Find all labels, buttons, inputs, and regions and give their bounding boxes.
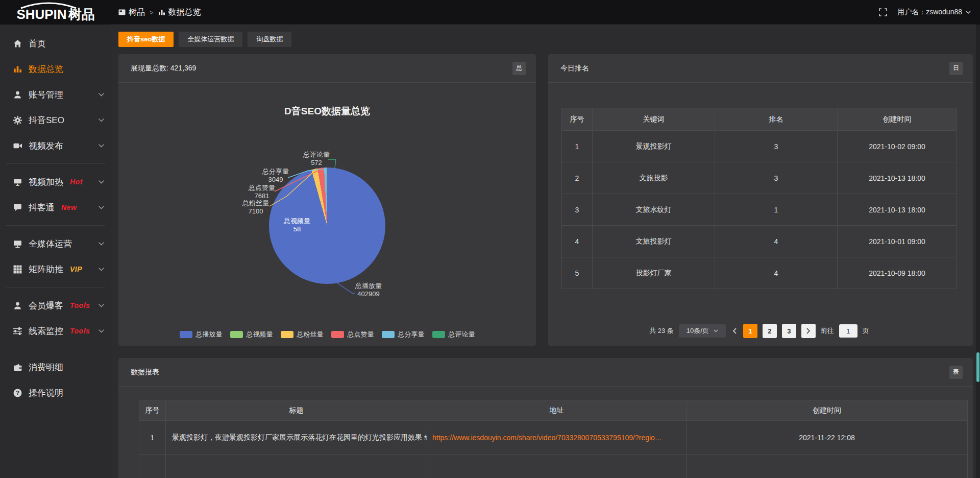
ranking-panel: 今日排名 日 序号 关键词 排名 创建时间 1景观投影灯32021-10-02 … xyxy=(548,54,973,346)
table-cell: 景观投影灯 xyxy=(593,131,715,162)
page-button-3[interactable]: 3 xyxy=(782,324,796,338)
gear-icon xyxy=(13,116,22,125)
fullscreen-icon[interactable] xyxy=(879,8,887,16)
legend-label: 总分享量 xyxy=(398,330,425,339)
sidebar-item-consumption[interactable]: 消费明细 xyxy=(0,354,111,380)
legend-item[interactable]: 总粉丝量 xyxy=(281,330,324,339)
legend-item[interactable]: 总视频量 xyxy=(230,330,273,339)
sidebar-item-home[interactable]: 首页 xyxy=(0,31,111,56)
breadcrumb-separator: > xyxy=(150,9,154,16)
legend-item[interactable]: 总点赞量 xyxy=(331,330,374,339)
sidebar-item-douyin-seo[interactable]: 抖音SEO xyxy=(0,107,111,133)
link-cell[interactable]: https://www.iesdouyin.com/share/video/70… xyxy=(427,421,687,455)
report-panel: 数据报表 表 序号 标题 地址 创建时间 1景观投影灯，夜游景观投影灯厂家展示展… xyxy=(118,358,973,478)
table-cell: 2021-11-22 12:08 xyxy=(687,421,968,455)
total-count-label: 共 23 条 xyxy=(649,326,674,336)
tools-badge: Tools xyxy=(70,301,90,309)
ranking-panel-title: 今日排名 xyxy=(560,64,589,73)
chevron-left-icon xyxy=(732,328,737,334)
legend-item[interactable]: 总播放量 xyxy=(180,330,223,339)
table-cell: 文旅水纹灯 xyxy=(593,194,715,226)
sidebar-item-media-operation[interactable]: 全媒体运营 xyxy=(0,231,111,256)
tab-media-operation-data[interactable]: 全媒体运营数据 xyxy=(179,32,242,47)
window-icon xyxy=(118,9,126,16)
scrollbar-thumb[interactable] xyxy=(976,352,979,382)
sidebar-divider xyxy=(6,287,105,288)
legend-item[interactable]: 总评论量 xyxy=(432,330,475,339)
projector-icon xyxy=(13,178,22,186)
impression-total-label: 展现量总数: 421,369 xyxy=(131,64,196,73)
question-icon: ? xyxy=(13,389,22,397)
chevron-down-icon xyxy=(99,118,104,122)
table-row: 1景观投影灯32021-10-02 09:00 xyxy=(562,131,957,162)
table-cell: 2021-10-02 09:00 xyxy=(838,131,957,162)
ranking-panel-header: 今日排名 日 xyxy=(548,54,973,83)
chevron-down-icon xyxy=(99,206,104,209)
page-size-select[interactable]: 10条/页 xyxy=(679,324,726,338)
sidebar-item-doukatong[interactable]: 抖客通 New xyxy=(0,195,111,220)
new-badge: New xyxy=(61,203,77,211)
breadcrumb-item-current[interactable]: 数据总览 xyxy=(158,7,201,18)
table-row: 2文旅投影32021-10-13 18:00 xyxy=(562,162,957,194)
table-cell: 2021-10-13 18:00 xyxy=(838,162,957,194)
sidebar-item-lead-monitor[interactable]: 线索监控 Tools xyxy=(0,318,111,344)
sidebar-item-member-burst[interactable]: 会员爆客 Tools xyxy=(0,293,111,318)
legend-swatch xyxy=(180,331,192,338)
table-cell: 2021-10-09 18:00 xyxy=(838,257,957,289)
column-header: 标题 xyxy=(166,400,427,421)
table-row xyxy=(139,455,968,478)
monitor-icon xyxy=(13,240,22,248)
chart-panel-header: 展现量总数: 421,369 总 xyxy=(118,54,536,83)
sidebar-item-help[interactable]: ? 操作说明 xyxy=(0,380,111,405)
chart-legend: 总播放量总视频量总粉丝量总点赞量总分享量总评论量 xyxy=(118,330,536,339)
data-tabs: 抖音seo数据 全媒体运营数据 询盘数据 xyxy=(118,32,291,47)
column-header: 地址 xyxy=(427,400,687,421)
legend-item[interactable]: 总分享量 xyxy=(382,330,425,339)
bar-chart-icon xyxy=(158,9,165,16)
prev-page-button[interactable] xyxy=(731,328,738,334)
table-row: 5投影灯厂家42021-10-09 18:00 xyxy=(562,257,957,289)
tab-inquiry-data[interactable]: 询盘数据 xyxy=(248,32,291,47)
chevron-down-icon xyxy=(99,93,104,97)
total-toggle-button[interactable]: 总 xyxy=(512,62,526,75)
user-icon xyxy=(13,90,22,99)
sidebar-item-account[interactable]: 账号管理 xyxy=(0,82,111,107)
chevron-right-icon xyxy=(806,328,811,334)
chevron-down-icon xyxy=(966,11,971,14)
top-header: SHUPIN树品 树品 > 数据总览 用户名：zswodun88 xyxy=(0,0,980,25)
table-cell xyxy=(139,455,166,478)
table-row: 1景观投影灯，夜游景观投影灯厂家展示展示落花灯在花园里的灯光投影应用效果 #ht… xyxy=(139,421,968,455)
table-cell: 4 xyxy=(715,257,838,289)
chevron-down-icon xyxy=(714,329,718,332)
main-content: 抖音seo数据 全媒体运营数据 询盘数据 展现量总数: 421,369 总 D音… xyxy=(111,25,980,478)
page-button-1[interactable]: 1 xyxy=(743,324,757,338)
goto-page-input[interactable] xyxy=(839,324,857,338)
member-icon xyxy=(13,301,22,310)
chart-panel: 展现量总数: 421,369 总 D音SEO数据量总览 总评论量572 总分享量… xyxy=(118,54,536,346)
sidebar-item-video-publish[interactable]: 视频发布 xyxy=(0,133,111,158)
table-cell xyxy=(427,455,687,478)
table-cell xyxy=(687,455,968,478)
breadcrumb-item-home[interactable]: 树品 xyxy=(118,7,145,18)
bar-chart-icon xyxy=(13,65,22,74)
table-row: 3文旅水纹灯12021-10-13 18:00 xyxy=(562,194,957,226)
wallet-icon xyxy=(13,363,22,372)
app-logo[interactable]: SHUPIN树品 xyxy=(0,0,111,25)
pie-label-likes: 总点赞量7681 xyxy=(239,184,285,200)
scrollbar-track[interactable] xyxy=(976,25,980,478)
table-cell: 2021-10-01 09:00 xyxy=(838,226,957,257)
pie-label-fans: 总粉丝量7100 xyxy=(233,199,279,216)
pie-label-videos: 总视频量58 xyxy=(274,217,320,233)
tab-douyin-seo-data[interactable]: 抖音seo数据 xyxy=(118,32,174,47)
chevron-down-icon xyxy=(99,242,104,246)
pagination: 共 23 条 10条/页 1 2 3 前往 页 xyxy=(561,324,957,338)
day-toggle-button[interactable]: 日 xyxy=(949,62,963,75)
table-toggle-button[interactable]: 表 xyxy=(949,366,963,379)
sidebar-item-matrix-boost[interactable]: 矩阵助推 VIP xyxy=(0,256,111,282)
page-button-2[interactable]: 2 xyxy=(763,324,777,338)
user-menu[interactable]: 用户名：zswodun88 xyxy=(897,8,971,17)
report-panel-title: 数据报表 xyxy=(131,368,159,377)
sidebar-item-video-heat[interactable]: 视频加热 Hot xyxy=(0,169,111,195)
sidebar-item-data-overview[interactable]: 数据总览 xyxy=(0,56,111,82)
next-page-button[interactable] xyxy=(801,324,816,338)
